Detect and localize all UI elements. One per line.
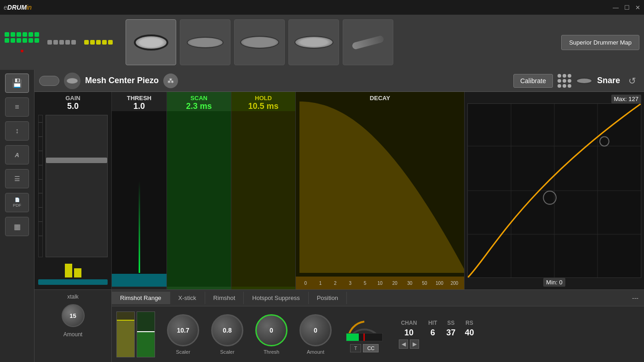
tab-bar: Rimshot Range X-stick Rimshot Hotspot Su… — [112, 290, 644, 306]
tab-hotspot-suppress[interactable]: Hotspot Suppress — [244, 292, 308, 304]
rimshot-knob[interactable]: 0.8 — [211, 314, 243, 346]
xtalk-value: 15 — [69, 312, 76, 319]
velocity-min-label: Min: 0 — [543, 278, 565, 287]
led-green-10 — [23, 38, 27, 43]
tab-rimshot-range[interactable]: Rimshot Range — [112, 292, 170, 304]
hold-section: HOLD 10.5 ms — [231, 92, 296, 289]
bottom-controls-row: 10.7 Scaler 0.8 Scaler 0 Thresh — [112, 306, 644, 362]
rs-column: RS 40 — [465, 320, 474, 338]
tab-rimshot[interactable]: Rimshot — [205, 292, 244, 304]
scale-5: 5 — [357, 281, 372, 286]
led-yellow-1 — [84, 40, 89, 45]
rimshot-range-bars — [116, 311, 155, 357]
bottom-section: xtalk 15 Amount Rimshot Range X-stick Ri… — [34, 289, 644, 362]
scale-0: 0 — [298, 281, 313, 286]
led-green-5 — [29, 32, 33, 37]
chan-value: 10 — [404, 328, 414, 338]
rimshot-control: 0.8 Scaler — [211, 314, 243, 355]
logo-in: in — [27, 4, 32, 11]
scan-section: SCAN 2.3 ms — [167, 92, 231, 289]
led-red-dot — [21, 50, 23, 52]
scan-value: 2.3 ms — [186, 102, 212, 111]
decay-scale-bar: 0 1 2 3 5 10 20 30 50 100 200 — [296, 277, 464, 289]
led-green-7 — [5, 38, 9, 43]
minimize-button[interactable]: — — [613, 4, 619, 11]
led-yellow-3 — [96, 40, 101, 45]
xstick-value: 10.7 — [177, 327, 189, 334]
rimshot-bar-2-container — [137, 311, 155, 357]
input-toggle[interactable] — [39, 76, 59, 86]
tab-xstick[interactable]: X-stick — [170, 292, 205, 304]
signal-bar-1 — [65, 264, 72, 277]
xstick-knob[interactable]: 10.7 — [167, 314, 199, 346]
hotspot-thresh-knob[interactable]: 0 — [255, 314, 288, 346]
svg-point-7 — [600, 137, 609, 146]
hotspot-thresh-value: 0 — [270, 327, 273, 334]
drum-pad-5[interactable] — [343, 19, 393, 65]
chan-left-button[interactable]: ◀ — [399, 339, 408, 349]
drum-pad-3[interactable] — [234, 19, 285, 65]
velocity-max-label: Max: 127 — [611, 95, 641, 103]
signal-viz — [38, 279, 107, 285]
sidebar-move-button[interactable]: ↕ — [5, 121, 29, 141]
hotspot-thresh-label: Thresh — [264, 349, 279, 355]
sidebar-save-button[interactable]: 💾 — [5, 74, 29, 93]
title-bar: eDRUMin — ☐ ✕ — [0, 0, 644, 15]
hit-column: HIT 6 — [428, 320, 437, 338]
scale-50: 50 — [417, 281, 432, 286]
superior-drummer-map-button[interactable]: Superior Drummer Map — [561, 35, 639, 50]
chan-arrows[interactable]: ◀ ▶ — [399, 339, 419, 349]
refresh-button[interactable]: ↺ — [625, 74, 639, 88]
hit-value: 6 — [431, 328, 435, 338]
calibrate-button[interactable]: Calibrate — [513, 74, 553, 88]
drum-pad-2[interactable] — [180, 19, 230, 65]
pad-inner-icon — [67, 78, 78, 84]
close-button[interactable]: ✕ — [635, 4, 640, 11]
hotspot-amount-knob[interactable]: 0 — [299, 314, 332, 346]
led-yellow-2 — [90, 40, 95, 45]
led-green-6 — [34, 32, 39, 37]
logo-e: e — [4, 4, 7, 11]
drum-pad-4[interactable] — [288, 19, 339, 65]
tab-dots: --- — [627, 294, 644, 302]
gain-section: GAIN 5.0 — [34, 92, 112, 289]
position-t-button[interactable]: T — [350, 344, 362, 352]
output-drum-icon — [576, 78, 592, 84]
rimshot-bar-1-container — [116, 311, 135, 357]
led-gray-2 — [53, 40, 58, 45]
hit-label: HIT — [428, 320, 437, 326]
window-controls[interactable]: — ☐ ✕ — [613, 4, 640, 11]
sidebar-chip-button[interactable]: ▦ — [5, 217, 29, 236]
led-group-gray — [47, 40, 76, 45]
sidebar-menu-button[interactable]: ☰ — [5, 169, 29, 188]
midi-info: CHAN 10 ◀ ▶ HIT 6 SS 37 — [399, 320, 474, 349]
thresh-label: THRESH — [127, 95, 151, 102]
sidebar-pdf-button[interactable]: 📄 PDF — [5, 193, 29, 212]
hotspot-amount-control: 0 Amount — [299, 314, 332, 355]
led-green-9 — [17, 38, 21, 43]
app-logo: eDRUMin — [4, 4, 32, 11]
led-green-4 — [23, 32, 27, 37]
xstick-label: Scaler — [176, 349, 190, 355]
sidebar-list-button[interactable]: ≡ — [5, 97, 29, 117]
gain-value: 5.0 — [67, 102, 79, 111]
logo-drum: DRUM — [7, 4, 27, 11]
xtalk-knob[interactable]: 15 — [62, 304, 85, 327]
hold-label: HOLD — [255, 95, 272, 102]
chip-icon: ▦ — [14, 222, 21, 231]
sidebar-auto-button[interactable]: A — [5, 145, 29, 164]
position-cc-button[interactable]: CC — [363, 344, 379, 352]
drum-icon-3 — [240, 36, 279, 49]
position-red-marker — [363, 334, 365, 341]
tab-position[interactable]: Position — [309, 292, 347, 304]
drum-pad-1[interactable] — [126, 19, 176, 65]
led-green-12 — [34, 38, 39, 43]
pdf-icon: 📄 — [15, 198, 20, 202]
xstick-control: 10.7 Scaler — [167, 314, 199, 355]
led-gray-4 — [65, 40, 70, 45]
scale-10: 10 — [373, 281, 387, 286]
maximize-button[interactable]: ☐ — [624, 4, 630, 11]
position-buttons[interactable]: T CC — [350, 344, 379, 352]
position-meter-arc — [344, 316, 385, 341]
chan-right-button[interactable]: ▶ — [410, 339, 419, 349]
